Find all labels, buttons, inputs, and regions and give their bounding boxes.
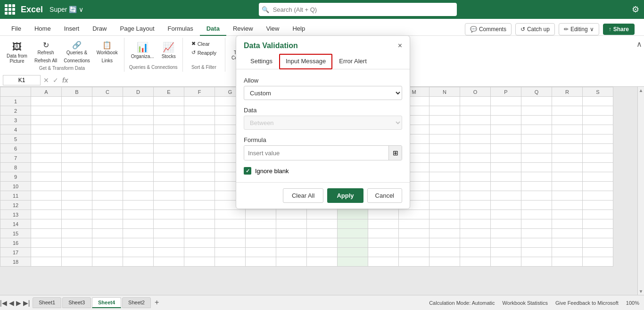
cell[interactable] xyxy=(62,191,92,201)
cell[interactable] xyxy=(154,229,184,238)
cell[interactable] xyxy=(521,238,552,248)
cell[interactable] xyxy=(62,116,92,125)
col-header-c[interactable]: C xyxy=(92,87,123,97)
cell[interactable] xyxy=(368,229,399,238)
cell[interactable] xyxy=(399,248,429,257)
cell[interactable] xyxy=(491,201,521,210)
cell[interactable] xyxy=(184,125,215,134)
cell[interactable] xyxy=(246,210,276,219)
collapse-ribbon-button[interactable]: ∧ xyxy=(636,40,642,49)
tab-help[interactable]: Help xyxy=(286,22,312,36)
cell[interactable] xyxy=(429,153,460,163)
cell[interactable] xyxy=(215,229,246,238)
cell[interactable] xyxy=(338,248,368,257)
cell[interactable] xyxy=(184,238,215,248)
cell[interactable] xyxy=(123,125,154,134)
cell[interactable] xyxy=(123,191,154,201)
cell[interactable] xyxy=(429,238,460,248)
cell[interactable] xyxy=(184,201,215,210)
cell[interactable] xyxy=(429,248,460,257)
tab-home[interactable]: Home xyxy=(28,22,58,36)
cell[interactable] xyxy=(429,182,460,191)
cell[interactable] xyxy=(62,201,92,210)
cell[interactable] xyxy=(154,172,184,182)
cell[interactable] xyxy=(154,238,184,248)
cell[interactable] xyxy=(31,210,62,219)
cell[interactable] xyxy=(31,191,62,201)
comments-button[interactable]: 💬 Comments xyxy=(465,23,512,35)
cell[interactable] xyxy=(583,201,613,210)
cell[interactable] xyxy=(31,116,62,125)
tab-page-layout[interactable]: Page Layout xyxy=(114,22,161,36)
cell[interactable] xyxy=(184,97,215,106)
refresh-button[interactable]: ↻ Refresh xyxy=(32,40,59,56)
workbook-stats[interactable]: Workbook Statistics xyxy=(503,300,548,306)
cell[interactable] xyxy=(276,219,307,229)
cell[interactable] xyxy=(429,201,460,210)
settings-icon[interactable]: ⚙ xyxy=(632,4,639,15)
formula-field-input[interactable] xyxy=(244,146,388,160)
clear-all-button[interactable]: Clear All xyxy=(283,188,323,203)
cell[interactable] xyxy=(460,238,491,248)
cell[interactable] xyxy=(460,97,491,106)
cell[interactable] xyxy=(460,134,491,144)
cell[interactable] xyxy=(491,229,521,238)
sheet-nav-next[interactable]: ▶ xyxy=(16,299,21,307)
cell[interactable] xyxy=(521,144,552,153)
data-from-picture-button[interactable]: 🖼 Data fromPicture xyxy=(4,40,30,66)
cell[interactable] xyxy=(307,257,338,267)
col-header-p[interactable]: P xyxy=(491,87,521,97)
cell[interactable] xyxy=(460,116,491,125)
cell[interactable] xyxy=(491,153,521,163)
cell[interactable] xyxy=(368,219,399,229)
cell[interactable] xyxy=(123,153,154,163)
cell[interactable] xyxy=(338,210,368,219)
cell[interactable] xyxy=(92,125,123,134)
cell[interactable] xyxy=(552,125,583,134)
feedback-text[interactable]: Give Feedback to Microsoft xyxy=(555,300,619,306)
cell[interactable] xyxy=(491,238,521,248)
cell[interactable] xyxy=(491,125,521,134)
cell[interactable] xyxy=(460,219,491,229)
cell[interactable] xyxy=(123,116,154,125)
cell[interactable] xyxy=(246,238,276,248)
cell[interactable] xyxy=(154,201,184,210)
cell[interactable] xyxy=(276,229,307,238)
sheet-tab-sheet4[interactable]: Sheet4 xyxy=(92,297,121,308)
cell[interactable] xyxy=(276,257,307,267)
waffle-icon[interactable] xyxy=(5,4,15,15)
cell[interactable] xyxy=(123,97,154,106)
cell[interactable] xyxy=(31,134,62,144)
cell[interactable] xyxy=(368,210,399,219)
cell[interactable] xyxy=(460,248,491,257)
cell[interactable] xyxy=(429,257,460,267)
cell[interactable] xyxy=(429,144,460,153)
cell[interactable] xyxy=(552,153,583,163)
col-header-e[interactable]: E xyxy=(154,87,184,97)
cell[interactable] xyxy=(31,106,62,116)
cell[interactable] xyxy=(491,163,521,172)
cell[interactable] xyxy=(552,97,583,106)
apply-button[interactable]: Apply xyxy=(327,188,363,203)
col-header-s[interactable]: S xyxy=(583,87,613,97)
cell[interactable] xyxy=(31,97,62,106)
cell[interactable] xyxy=(338,219,368,229)
cell[interactable] xyxy=(552,172,583,182)
cell[interactable] xyxy=(521,134,552,144)
cell[interactable] xyxy=(583,125,613,134)
cell[interactable] xyxy=(92,238,123,248)
col-header-d[interactable]: D xyxy=(123,87,154,97)
cell[interactable] xyxy=(276,248,307,257)
cell[interactable] xyxy=(31,219,62,229)
cell[interactable] xyxy=(154,248,184,257)
cell[interactable] xyxy=(184,153,215,163)
cell[interactable] xyxy=(31,201,62,210)
cell[interactable] xyxy=(491,97,521,106)
cell[interactable] xyxy=(92,201,123,210)
cell[interactable] xyxy=(429,163,460,172)
organiza-button[interactable]: 📊 Organiza... xyxy=(128,40,157,61)
cell[interactable] xyxy=(429,106,460,116)
vertical-scrollbar[interactable]: ▲ ▼ xyxy=(637,87,644,295)
cell[interactable] xyxy=(215,248,246,257)
cell[interactable] xyxy=(184,172,215,182)
